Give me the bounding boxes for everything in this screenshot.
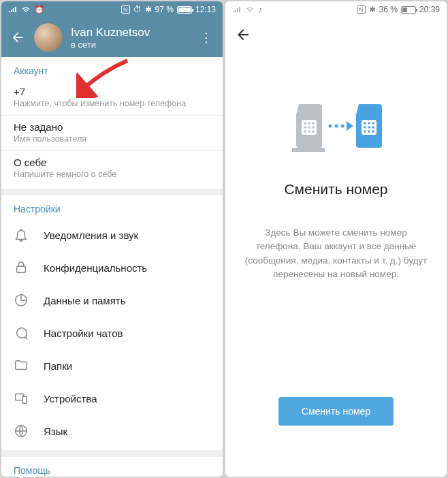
settings-label: Папки <box>44 360 72 372</box>
svg-point-17 <box>334 125 338 128</box>
status-left: ⏰ <box>8 5 44 14</box>
change-number-button[interactable]: Сменить номер <box>278 397 394 426</box>
username-row[interactable]: Не задано Имя пользователя <box>1 116 223 151</box>
svg-point-16 <box>328 125 332 128</box>
music-icon: ♪ <box>258 5 262 14</box>
bio-hint: Напишите немного о себе <box>14 170 210 179</box>
username-hint: Имя пользователя <box>14 134 210 144</box>
header <box>225 18 447 53</box>
status-bar: ♪ N ✱ 36 % 20:39 <box>225 1 447 18</box>
wifi-icon <box>21 6 31 13</box>
left-phone: ⏰ N ⏱ ✱ 97 % 12:13 Ivan Kuznetsov в сети… <box>1 1 223 477</box>
svg-point-14 <box>312 130 315 133</box>
settings-row-language[interactable]: Язык <box>1 415 223 447</box>
svg-point-22 <box>372 122 374 125</box>
status-right: N ⏱ ✱ 97 % 12:13 <box>121 5 216 14</box>
right-phone: ♪ N ✱ 36 % 20:39 <box>225 1 447 477</box>
page-description: Здесь Вы можете сменить номер телефона. … <box>244 226 428 281</box>
svg-point-24 <box>368 126 370 129</box>
settings-section: Настройки Уведомления и звук Конфиденциа… <box>1 195 223 450</box>
svg-point-18 <box>340 125 344 128</box>
settings-label: Язык <box>44 426 67 437</box>
lock-icon <box>14 260 29 275</box>
back-arrow-icon[interactable] <box>235 27 253 44</box>
bell-icon <box>14 227 29 242</box>
nfc-icon: N <box>357 5 366 14</box>
username-value: Не задано <box>14 121 210 133</box>
svg-point-25 <box>372 126 374 129</box>
settings-label: Настройки чатов <box>44 328 123 339</box>
svg-rect-15 <box>292 148 325 152</box>
svg-point-6 <box>304 122 306 125</box>
signal-icon <box>8 6 18 13</box>
svg-point-27 <box>368 130 370 133</box>
settings-row-folders[interactable]: Папки <box>1 349 223 382</box>
sim-illustration-icon <box>285 94 387 162</box>
more-menu-icon[interactable]: ⋮ <box>198 30 214 45</box>
settings-row-notifications[interactable]: Уведомления и звук <box>1 219 223 251</box>
section-title-settings: Настройки <box>1 195 223 219</box>
svg-rect-3 <box>22 396 27 403</box>
svg-rect-0 <box>17 266 26 272</box>
settings-label: Уведомления и звук <box>44 229 138 241</box>
page-title: Сменить номер <box>284 181 387 197</box>
svg-point-11 <box>312 126 315 129</box>
avatar[interactable] <box>34 23 63 52</box>
devices-icon <box>14 391 29 406</box>
profile-status: в сети <box>71 39 198 50</box>
svg-point-10 <box>308 126 310 129</box>
globe-icon <box>14 424 29 439</box>
settings-row-data[interactable]: Данные и память <box>1 284 223 317</box>
wifi-icon <box>245 6 255 13</box>
settings-label: Данные и память <box>44 295 126 306</box>
svg-point-21 <box>368 122 370 125</box>
svg-point-28 <box>372 130 374 133</box>
alarm-icon: ⏰ <box>34 5 44 14</box>
svg-point-26 <box>364 130 366 133</box>
body: Сменить номер Здесь Вы можете сменить но… <box>225 53 447 426</box>
svg-point-7 <box>308 122 310 125</box>
bluetooth-icon: ✱ <box>145 5 152 14</box>
header-text: Ivan Kuznetsov в сети <box>71 26 198 50</box>
status-bar: ⏰ N ⏱ ✱ 97 % 12:13 <box>1 1 223 18</box>
section-title-help: Помощь <box>1 457 223 477</box>
svg-point-8 <box>312 122 315 125</box>
help-section: Помощь <box>1 457 223 477</box>
nfc-icon: N <box>121 5 130 14</box>
back-arrow-icon[interactable] <box>10 29 26 46</box>
clock: 12:13 <box>195 5 216 14</box>
folder-icon <box>14 358 29 373</box>
alarm-small-icon: ⏱ <box>133 5 142 14</box>
battery-icon <box>177 6 192 14</box>
phone-hint: Нажмите, чтобы изменить номер телефона <box>14 99 210 108</box>
pie-icon <box>14 293 29 308</box>
settings-row-devices[interactable]: Устройства <box>1 382 223 415</box>
svg-point-13 <box>308 130 310 133</box>
settings-row-chat[interactable]: Настройки чатов <box>1 317 223 349</box>
clock: 20:39 <box>419 5 440 14</box>
bluetooth-icon: ✱ <box>369 5 376 14</box>
settings-label: Конфиденциальность <box>44 262 147 274</box>
section-title-account: Аккаунт <box>1 57 223 80</box>
status-left: ♪ <box>232 5 262 14</box>
svg-point-23 <box>364 126 366 129</box>
settings-row-privacy[interactable]: Конфиденциальность <box>1 251 223 284</box>
svg-point-12 <box>304 130 306 133</box>
battery-pct: 97 % <box>155 5 174 14</box>
battery-pct: 36 % <box>379 5 398 14</box>
account-section: Аккаунт +7 Нажмите, чтобы изменить номер… <box>1 57 223 189</box>
profile-header: Ivan Kuznetsov в сети ⋮ <box>1 18 223 57</box>
signal-icon <box>232 6 242 13</box>
phone-value: +7 <box>14 86 210 97</box>
content-scroll[interactable]: Аккаунт +7 Нажмите, чтобы изменить номер… <box>1 57 223 477</box>
bio-row[interactable]: О себе Напишите немного о себе <box>1 151 223 186</box>
status-right: N ✱ 36 % 20:39 <box>357 5 440 14</box>
profile-name: Ivan Kuznetsov <box>71 26 198 39</box>
phone-row[interactable]: +7 Нажмите, чтобы изменить номер телефон… <box>1 80 223 116</box>
bio-value: О себе <box>14 157 210 168</box>
settings-label: Устройства <box>44 393 97 404</box>
chat-icon <box>14 325 29 340</box>
svg-point-20 <box>364 122 366 125</box>
svg-point-9 <box>304 126 306 129</box>
battery-icon <box>401 6 416 14</box>
